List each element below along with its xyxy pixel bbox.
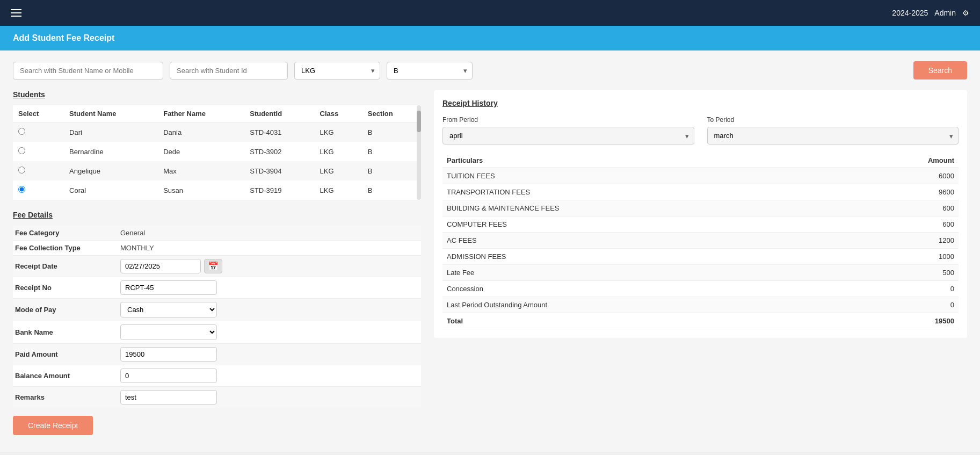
to-period-select-wrapper: marchaprilfebruaryjanuary bbox=[707, 127, 959, 145]
table-row: Dari Dania STD-4031 LKG B bbox=[13, 122, 421, 142]
student-id: STD-3902 bbox=[244, 142, 314, 161]
particulars-row: TRANSPORTATION FEES 9600 bbox=[442, 184, 959, 200]
right-column: Receipt History From Period aprilmarchfe… bbox=[434, 90, 967, 435]
hamburger-menu[interactable] bbox=[11, 9, 21, 17]
fee-row: Paid Amount bbox=[13, 344, 421, 365]
fee-row: Receipt No bbox=[13, 277, 421, 299]
table-row: Bernardine Dede STD-3902 LKG B bbox=[13, 142, 421, 161]
particular-name: COMPUTER FEES bbox=[442, 216, 843, 233]
fee-input-field[interactable] bbox=[120, 347, 217, 362]
fee-input-field[interactable] bbox=[120, 280, 217, 295]
radio-cell[interactable] bbox=[13, 180, 64, 200]
fee-row: Bank Name bbox=[13, 321, 421, 344]
fee-label: Receipt No bbox=[13, 284, 120, 292]
to-period-label: To Period bbox=[707, 116, 959, 124]
page-title: Add Student Fee Receipt bbox=[13, 33, 114, 42]
fee-details-title: Fee Details bbox=[13, 211, 421, 219]
student-section: B bbox=[362, 122, 421, 142]
search-id-input[interactable] bbox=[170, 62, 288, 80]
section-select-wrapper: ABC bbox=[387, 62, 473, 80]
particulars-row: Late Fee 500 bbox=[442, 265, 959, 281]
search-name-input[interactable] bbox=[13, 62, 163, 80]
fee-label: Receipt Date bbox=[13, 262, 120, 270]
student-class: LKG bbox=[315, 180, 362, 200]
student-name: Dari bbox=[64, 122, 158, 142]
radio-cell[interactable] bbox=[13, 122, 64, 142]
student-class: LKG bbox=[315, 122, 362, 142]
topbar-right: 2024-2025 Admin ⚙ bbox=[892, 9, 969, 17]
receipt-date-input[interactable] bbox=[120, 259, 201, 273]
particular-name: Concession bbox=[442, 281, 843, 297]
particular-name: ADMISSION FEES bbox=[442, 249, 843, 265]
to-period-group: To Period marchaprilfebruaryjanuary bbox=[707, 116, 959, 145]
main-content: LKGUKG123 ABC Search Students Select Stu… bbox=[0, 50, 980, 452]
topbar: 2024-2025 Admin ⚙ bbox=[0, 0, 980, 26]
total-amount: 19500 bbox=[843, 313, 959, 329]
particular-amount: 1000 bbox=[843, 249, 959, 265]
radio-cell[interactable] bbox=[13, 161, 64, 180]
fee-row: Fee Category General bbox=[13, 226, 421, 241]
col-select: Select bbox=[13, 105, 64, 122]
create-receipt-button[interactable]: Create Receipt bbox=[13, 416, 93, 435]
particular-name: BUILDING & MAINTENANCE FEES bbox=[442, 200, 843, 216]
fee-row: Mode of Pay CashOnlineChequeDD bbox=[13, 299, 421, 321]
scrollbar[interactable] bbox=[417, 105, 421, 200]
fee-value: MONTHLY bbox=[120, 244, 154, 252]
particulars-row: COMPUTER FEES 600 bbox=[442, 216, 959, 233]
student-class: LKG bbox=[315, 142, 362, 161]
particular-name: AC FEES bbox=[442, 233, 843, 249]
student-name: Angelique bbox=[64, 161, 158, 180]
page-header: Add Student Fee Receipt bbox=[0, 26, 980, 50]
radio-cell[interactable] bbox=[13, 142, 64, 161]
scroll-thumb bbox=[417, 111, 421, 132]
settings-icon[interactable]: ⚙ bbox=[962, 9, 969, 17]
fee-details-section: Fee Details Fee Category General Fee Col… bbox=[13, 211, 421, 435]
student-section: B bbox=[362, 142, 421, 161]
student-name: Coral bbox=[64, 180, 158, 200]
particular-amount: 6000 bbox=[843, 168, 959, 184]
particulars-table: Particulars Amount TUITION FEES 6000 TRA… bbox=[442, 153, 959, 329]
particulars-row: ADMISSION FEES 1000 bbox=[442, 249, 959, 265]
fee-select-field[interactable]: CashOnlineChequeDD bbox=[120, 302, 217, 317]
fee-value: General bbox=[120, 229, 145, 237]
col-particulars: Particulars bbox=[442, 153, 843, 168]
from-period-select-wrapper: aprilmarchfebruaryjanuary bbox=[442, 127, 694, 145]
fee-row: Remarks bbox=[13, 387, 421, 408]
fee-label: Balance Amount bbox=[13, 372, 120, 380]
particular-name: Last Period Outstanding Amount bbox=[442, 297, 843, 313]
calendar-icon[interactable]: 📅 bbox=[204, 259, 222, 273]
fee-label: Fee Category bbox=[13, 229, 120, 237]
to-period-select[interactable]: marchaprilfebruaryjanuary bbox=[707, 127, 959, 145]
from-period-select[interactable]: aprilmarchfebruaryjanuary bbox=[442, 127, 694, 145]
fee-row: Balance Amount bbox=[13, 365, 421, 387]
fee-select-field[interactable] bbox=[120, 324, 217, 340]
student-id: STD-3904 bbox=[244, 161, 314, 180]
fee-input-field[interactable] bbox=[120, 369, 217, 383]
particular-amount: 0 bbox=[843, 297, 959, 313]
particular-amount: 0 bbox=[843, 281, 959, 297]
fee-label: Paid Amount bbox=[13, 350, 120, 358]
admin-user: Admin bbox=[934, 9, 956, 17]
total-label: Total bbox=[442, 313, 843, 329]
two-col-layout: Students Select Student Name Father Name… bbox=[13, 90, 967, 435]
topbar-left bbox=[11, 9, 21, 17]
section-select[interactable]: ABC bbox=[387, 62, 473, 80]
father-name: Susan bbox=[158, 180, 244, 200]
particulars-row: BUILDING & MAINTENANCE FEES 600 bbox=[442, 200, 959, 216]
fee-label: Mode of Pay bbox=[13, 306, 120, 314]
student-section: B bbox=[362, 180, 421, 200]
fee-input-field[interactable] bbox=[120, 390, 217, 405]
col-student-id: StudentId bbox=[244, 105, 314, 122]
receipt-history-section: Receipt History From Period aprilmarchfe… bbox=[434, 90, 967, 338]
class-select[interactable]: LKGUKG123 bbox=[294, 62, 380, 80]
fee-label: Fee Collection Type bbox=[13, 244, 120, 252]
particular-amount: 600 bbox=[843, 200, 959, 216]
col-class: Class bbox=[315, 105, 362, 122]
table-row: Coral Susan STD-3919 LKG B bbox=[13, 180, 421, 200]
particular-name: TUITION FEES bbox=[442, 168, 843, 184]
student-id: STD-4031 bbox=[244, 122, 314, 142]
total-row: Total 19500 bbox=[442, 313, 959, 329]
particulars-row: Concession 0 bbox=[442, 281, 959, 297]
students-table: Select Student Name Father Name StudentI… bbox=[13, 105, 421, 200]
search-button[interactable]: Search bbox=[913, 61, 967, 80]
